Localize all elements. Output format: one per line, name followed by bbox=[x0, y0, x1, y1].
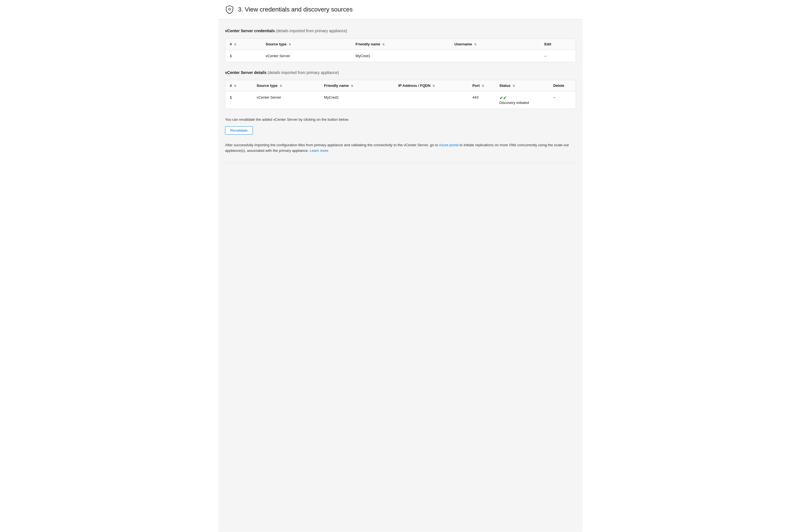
details-table: # ⇅ Source type ⇅ Friendly name ⇅ IP A bbox=[225, 80, 576, 109]
credentials-row-edit: -- bbox=[540, 50, 576, 62]
details-table-row: 1 vCenter Server MyCred1 443 ✔✔ Discover… bbox=[225, 91, 576, 109]
credentials-col-username: Username ⇅ bbox=[450, 38, 540, 50]
content-area: vCenter Server credentials (details impo… bbox=[218, 19, 583, 532]
credentials-row-num: 1 bbox=[225, 50, 261, 62]
credentials-table-header-row: # ⇅ Source type ⇅ Friendly name ⇅ User bbox=[225, 38, 576, 50]
azure-portal-link[interactable]: Azure portal bbox=[439, 143, 459, 147]
sort-icon-num-det[interactable]: ⇅ bbox=[234, 84, 236, 88]
details-row-num: 1 bbox=[225, 91, 252, 109]
details-col-source: Source type ⇅ bbox=[252, 80, 320, 91]
credentials-table-row: 1 vCenter Server MyCred1 -- bbox=[225, 50, 576, 62]
details-section-title: vCenter Server details (details imported… bbox=[225, 70, 576, 76]
sort-icon-num-cred[interactable]: ⇅ bbox=[234, 43, 236, 46]
header-bar: 3. View credentials and discovery source… bbox=[218, 0, 583, 19]
revalidate-note: You can revalidate the added vCenter Ser… bbox=[225, 117, 576, 122]
credentials-title-sub: (details imported from primary appliance… bbox=[276, 28, 347, 33]
details-col-ip: IP Address / FQDN ⇅ bbox=[394, 80, 468, 91]
details-title-bold: vCenter Server details bbox=[225, 70, 266, 75]
page-wrapper: 3. View credentials and discovery source… bbox=[218, 0, 583, 532]
details-col-port: Port ⇅ bbox=[468, 80, 495, 91]
credentials-col-source: Source type ⇅ bbox=[261, 38, 351, 50]
details-row-friendly: MyCred1 bbox=[319, 91, 394, 109]
revalidate-button[interactable]: Revalidate bbox=[225, 126, 253, 134]
details-col-num: # ⇅ bbox=[225, 80, 252, 91]
details-col-status: Status ⇅ bbox=[495, 80, 549, 91]
details-table-header-row: # ⇅ Source type ⇅ Friendly name ⇅ IP A bbox=[225, 80, 576, 91]
credentials-title-bold: vCenter Server credentials bbox=[225, 28, 275, 33]
credentials-section: vCenter Server credentials (details impo… bbox=[225, 28, 576, 62]
details-col-friendly: Friendly name ⇅ bbox=[319, 80, 394, 91]
sort-icon-ip-det[interactable]: ⇅ bbox=[432, 84, 435, 88]
credentials-section-title: vCenter Server credentials (details impo… bbox=[225, 28, 576, 34]
status-check-icon: ✔✔ bbox=[499, 95, 544, 100]
details-row-ip bbox=[394, 91, 468, 109]
details-col-delete: Delete bbox=[549, 80, 576, 91]
credentials-row-friendly: MyCred1 bbox=[351, 50, 450, 62]
bottom-divider bbox=[225, 163, 576, 163]
details-row-source: vCenter Server bbox=[252, 91, 320, 109]
sort-icon-port-det[interactable]: ⇅ bbox=[482, 84, 484, 88]
details-row-port: 443 bbox=[468, 91, 495, 109]
details-row-status: ✔✔ Discovery initiated bbox=[495, 91, 549, 109]
details-section: vCenter Server details (details imported… bbox=[225, 70, 576, 109]
status-text: Discovery initiated bbox=[499, 100, 529, 105]
sort-icon-friendly-cred[interactable]: ⇅ bbox=[382, 43, 385, 46]
details-row-delete: -- bbox=[549, 91, 576, 109]
footer-text-before-link1: After successfully importing the configu… bbox=[225, 143, 439, 147]
sort-icon-source-cred[interactable]: ⇅ bbox=[289, 43, 291, 46]
footer-note: After successfully importing the configu… bbox=[225, 142, 576, 154]
credentials-col-friendly: Friendly name ⇅ bbox=[351, 38, 450, 50]
credentials-row-username bbox=[450, 50, 540, 62]
svg-point-0 bbox=[229, 8, 231, 11]
sort-icon-source-det[interactable]: ⇅ bbox=[280, 84, 282, 88]
credentials-col-edit: Edit bbox=[540, 38, 576, 50]
sort-icon-username-cred[interactable]: ⇅ bbox=[474, 43, 477, 46]
sort-icon-friendly-det[interactable]: ⇅ bbox=[351, 84, 353, 88]
shield-icon bbox=[225, 5, 234, 14]
credentials-row-source: vCenter Server bbox=[261, 50, 351, 62]
credentials-table: # ⇅ Source type ⇅ Friendly name ⇅ User bbox=[225, 38, 576, 62]
details-title-sub: (details imported from primary appliance… bbox=[268, 70, 339, 75]
page-title: 3. View credentials and discovery source… bbox=[238, 6, 353, 13]
learn-more-link[interactable]: Learn more bbox=[310, 149, 328, 153]
sort-icon-status-det[interactable]: ⇅ bbox=[513, 84, 515, 88]
credentials-col-num: # ⇅ bbox=[225, 38, 261, 50]
revalidate-section: You can revalidate the added vCenter Ser… bbox=[225, 117, 576, 134]
